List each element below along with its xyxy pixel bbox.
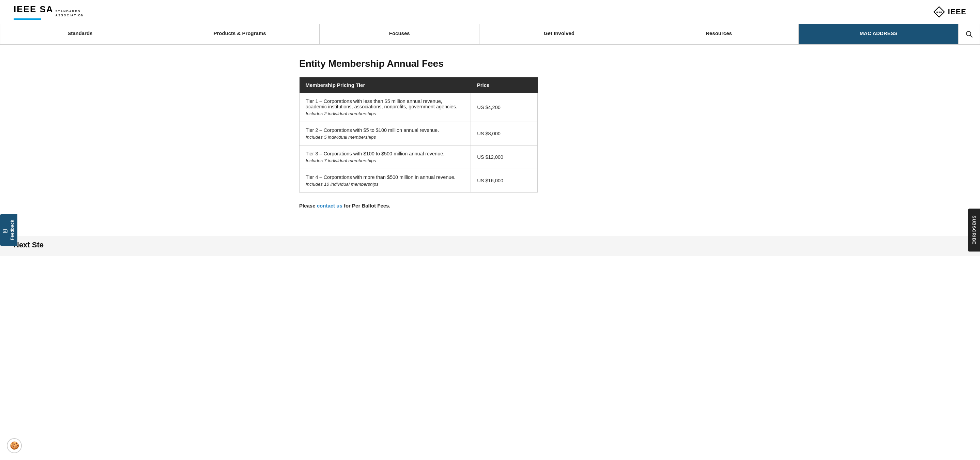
next-steps-section: Next Ste — [0, 236, 980, 256]
tier-cell-3: Tier 4 – Corporations with more than $50… — [299, 169, 471, 193]
table-header-tier: Membership Pricing Tier — [299, 77, 471, 93]
table-row: Tier 2 – Corporations with $5 to $100 mi… — [299, 122, 538, 145]
tier-includes-0: Includes 2 individual memberships — [305, 111, 376, 116]
tier-description-1: Tier 2 – Corporations with $5 to $100 mi… — [305, 127, 465, 133]
table-row: Tier 4 – Corporations with more than $50… — [299, 169, 538, 193]
nav-get-involved[interactable]: Get Involved — [479, 24, 639, 44]
svg-rect-4 — [3, 230, 7, 233]
table-header-price: Price — [471, 77, 538, 93]
feedback-label: Feedback — [10, 220, 15, 240]
svg-text:IEEE: IEEE — [936, 11, 942, 14]
site-header: IEEE SA STANDARDS ASSOCIATION IEEE IEEE — [0, 0, 980, 24]
logo-area: IEEE SA STANDARDS ASSOCIATION — [14, 4, 84, 20]
search-icon — [965, 30, 973, 38]
ballot-note-suffix: for Per Ballot Fees. — [342, 203, 390, 209]
contact-us-link[interactable]: contact us — [317, 203, 342, 209]
nav-focuses[interactable]: Focuses — [320, 24, 479, 44]
subscribe-tab[interactable]: SUBSCRIBE — [968, 209, 980, 251]
standards-association-text: STANDARDS ASSOCIATION — [56, 10, 84, 18]
price-cell-1: US $8,000 — [471, 122, 538, 145]
ieee-diamond-icon: IEEE — [933, 6, 945, 18]
pricing-table: Membership Pricing Tier Price Tier 1 – C… — [299, 77, 538, 193]
blue-accent-bar — [14, 18, 41, 20]
next-steps-label: Next Ste — [14, 240, 44, 250]
tier-cell-1: Tier 2 – Corporations with $5 to $100 mi… — [299, 122, 471, 145]
ieee-sa-logo: IEEE SA STANDARDS ASSOCIATION — [14, 4, 84, 20]
subscribe-label: SUBSCRIBE — [972, 215, 977, 245]
nav-products-programs[interactable]: Products & Programs — [160, 24, 320, 44]
tier-includes-2: Includes 7 individual memberships — [305, 158, 376, 163]
ballot-note: Please contact us for Per Ballot Fees. — [299, 203, 681, 209]
tier-description-2: Tier 3 – Corporations with $100 to $500 … — [305, 151, 465, 156]
nav-resources[interactable]: Resources — [639, 24, 799, 44]
tier-cell-2: Tier 3 – Corporations with $100 to $500 … — [299, 145, 471, 169]
tier-description-3: Tier 4 – Corporations with more than $50… — [305, 175, 465, 180]
main-nav: Standards Products & Programs Focuses Ge… — [0, 24, 980, 45]
tier-description-0: Tier 1 – Corporations with less than $5 … — [305, 99, 465, 109]
nav-standards[interactable]: Standards — [0, 24, 160, 44]
main-content: Entity Membership Annual Fees Membership… — [286, 45, 694, 236]
feedback-icon — [3, 228, 8, 233]
nav-search-button[interactable] — [959, 24, 980, 44]
price-cell-0: US $4,200 — [471, 93, 538, 122]
price-cell-2: US $12,000 — [471, 145, 538, 169]
nav-mac-address[interactable]: MAC ADDRESS — [799, 24, 959, 44]
ballot-note-prefix: Please — [299, 203, 317, 209]
page-title: Entity Membership Annual Fees — [299, 58, 681, 69]
table-row: Tier 1 – Corporations with less than $5 … — [299, 93, 538, 122]
tier-includes-3: Includes 10 individual memberships — [305, 181, 379, 187]
ieee-sa-text: IEEE SA — [14, 4, 54, 15]
svg-line-3 — [970, 35, 972, 38]
tier-includes-1: Includes 5 individual memberships — [305, 135, 376, 140]
table-row: Tier 3 – Corporations with $100 to $500 … — [299, 145, 538, 169]
ieee-logo: IEEE IEEE — [933, 6, 966, 18]
price-cell-3: US $16,000 — [471, 169, 538, 193]
tier-cell-0: Tier 1 – Corporations with less than $5 … — [299, 93, 471, 122]
feedback-tab[interactable]: Feedback — [0, 214, 18, 246]
